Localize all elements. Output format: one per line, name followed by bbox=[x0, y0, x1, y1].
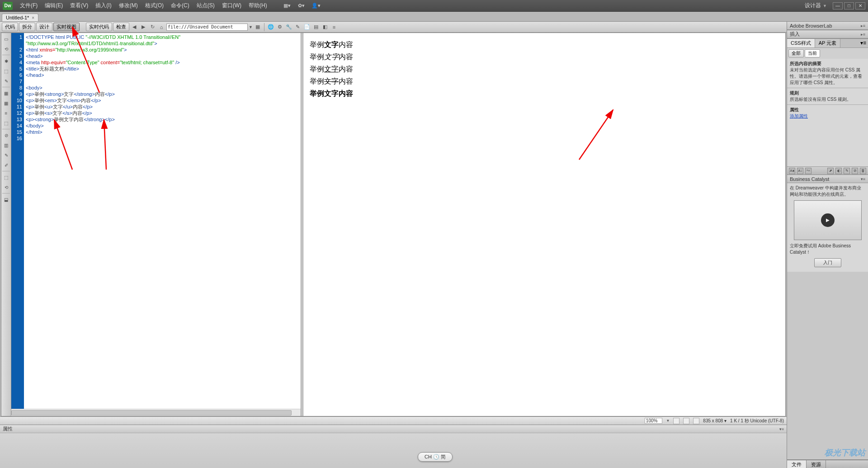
chevron-down-icon[interactable]: ▼ bbox=[823, 4, 827, 8]
vtool-lines-icon[interactable]: ≡ bbox=[2, 109, 11, 118]
address-input[interactable] bbox=[166, 24, 248, 31]
browse-icon[interactable]: ▦ bbox=[254, 24, 262, 31]
vtool-pencil-icon[interactable]: ✎ bbox=[2, 76, 11, 85]
preview-line-2: 举例文字内容 bbox=[310, 52, 779, 62]
view-design-button[interactable]: 设计 bbox=[36, 23, 52, 31]
view-inspect-button[interactable]: 检查 bbox=[113, 23, 129, 31]
view-code-button[interactable]: 代码 bbox=[2, 23, 18, 31]
vtool-star-icon[interactable]: ✱ bbox=[2, 57, 11, 66]
minimize-button[interactable]: — bbox=[833, 2, 843, 9]
vtool-indent-icon[interactable]: ⬚ bbox=[2, 173, 11, 182]
zoom-selector[interactable]: 100% bbox=[645, 418, 663, 424]
nav-back-icon[interactable]: ◀ bbox=[130, 24, 138, 31]
tab-ap-elements[interactable]: AP 元素 bbox=[815, 39, 841, 47]
css-disable-icon[interactable]: ⊘ bbox=[852, 168, 858, 174]
code-text[interactable]: <!DOCTYPE html PUBLIC "-//W3C//DTD XHTML… bbox=[24, 33, 301, 409]
handtool-icon[interactable] bbox=[673, 418, 679, 424]
panel-insert-title[interactable]: 插入 bbox=[790, 31, 800, 38]
css-link-icon[interactable]: ⬈ bbox=[827, 168, 834, 174]
css-new-icon[interactable]: ◐ bbox=[835, 168, 842, 174]
code-pane[interactable]: 1 2345678910111213141516 <!DOCTYPE html … bbox=[11, 33, 301, 416]
viewport-size[interactable]: 835 x 808 ▾ bbox=[703, 418, 726, 423]
view-livecode-button[interactable]: 实时代码 bbox=[86, 23, 112, 31]
validation-icon[interactable]: ▤ bbox=[312, 24, 320, 31]
css-icon-1[interactable]: Aƶ bbox=[789, 168, 795, 174]
vtool-column-icon[interactable]: ▥ bbox=[2, 141, 11, 150]
globe-icon[interactable]: 🌐 bbox=[267, 24, 275, 31]
tab-files[interactable]: 文件 bbox=[787, 460, 807, 468]
css-icon-2[interactable]: A↓ bbox=[797, 168, 803, 174]
vtool-wrap-icon[interactable]: ⟲ bbox=[2, 183, 11, 192]
menu-site[interactable]: 站点(S) bbox=[193, 0, 218, 11]
nav-home-icon[interactable]: ⌂ bbox=[157, 24, 165, 31]
panel-bc-title[interactable]: Business Catalyst bbox=[790, 176, 829, 182]
app-logo: Dw bbox=[3, 2, 13, 10]
user-dropdown-icon[interactable]: 👤▾ bbox=[311, 2, 321, 10]
menu-modify[interactable]: 修改(M) bbox=[115, 0, 142, 11]
vtool-nosign-icon[interactable]: ⊘ bbox=[2, 131, 11, 140]
properties-title[interactable]: 属性 bbox=[3, 425, 13, 432]
extend-dropdown-icon[interactable]: ✿▾ bbox=[296, 2, 307, 10]
viewport-icon[interactable] bbox=[693, 418, 699, 424]
play-icon[interactable]: ▶ bbox=[821, 213, 835, 227]
gear-icon[interactable]: ⚙ bbox=[276, 24, 284, 31]
options-icon[interactable]: ≡ bbox=[330, 24, 338, 31]
visual-aid-icon[interactable]: ◧ bbox=[321, 24, 329, 31]
close-icon[interactable]: × bbox=[32, 15, 34, 20]
vtool-collapse-icon[interactable]: ⬓ bbox=[2, 195, 11, 204]
ime-indicator[interactable]: CH 🕓 简 bbox=[418, 452, 453, 462]
menu-view[interactable]: 查看(V) bbox=[66, 0, 92, 11]
panel-menu-icon[interactable]: ▾≡ bbox=[861, 177, 865, 181]
add-property-link[interactable]: 添加属性 bbox=[790, 113, 808, 119]
vtool-refresh-icon[interactable]: ⟲ bbox=[2, 44, 11, 53]
panel-browserlab-title[interactable]: Adobe BrowserLab bbox=[790, 23, 832, 28]
menu-edit[interactable]: 编辑(E) bbox=[41, 0, 66, 11]
bc-video-thumbnail[interactable]: ▶ bbox=[794, 200, 862, 240]
css-edit-icon[interactable]: ✎ bbox=[844, 168, 850, 174]
bc-start-button[interactable]: 入门 bbox=[814, 258, 841, 267]
doc-info: 1 K / 1 秒 Unicode (UTF-8) bbox=[730, 418, 784, 424]
view-liveview-button[interactable]: 实时视图 bbox=[53, 23, 80, 31]
panel-menu-icon[interactable]: ▸≡ bbox=[861, 32, 865, 37]
wrench-icon[interactable]: 🔧 bbox=[285, 24, 293, 31]
vtool-grid2-icon[interactable]: ▦ bbox=[2, 99, 11, 108]
pencil-icon[interactable]: ✎ bbox=[294, 24, 302, 31]
menu-command[interactable]: 命令(C) bbox=[167, 0, 193, 11]
menu-insert[interactable]: 插入(I) bbox=[92, 0, 115, 11]
selecttool-icon[interactable] bbox=[683, 418, 689, 424]
css-trash-icon[interactable]: 🗑 bbox=[860, 168, 866, 174]
horizontal-scrollbar[interactable] bbox=[11, 409, 301, 416]
menu-window[interactable]: 窗口(W) bbox=[218, 0, 245, 11]
address-dropdown-icon[interactable]: ▼ bbox=[249, 25, 253, 29]
panel-menu-icon[interactable]: ▾≡ bbox=[859, 39, 868, 47]
tab-css-styles[interactable]: CSS样式 bbox=[787, 39, 815, 47]
tab-assets[interactable]: 资源 bbox=[807, 460, 826, 468]
menu-help[interactable]: 帮助(H) bbox=[245, 0, 271, 11]
menu-file[interactable]: 文件(F) bbox=[16, 0, 41, 11]
workspace-label[interactable]: 设计器 bbox=[805, 2, 821, 9]
vtool-box-icon[interactable]: ⬚ bbox=[2, 118, 11, 128]
vtool-edit1-icon[interactable]: ✎ bbox=[2, 151, 11, 160]
vtool-select-icon[interactable]: ⬚ bbox=[2, 66, 11, 76]
maximize-button[interactable]: □ bbox=[844, 2, 854, 9]
css-all-button[interactable]: 全部 bbox=[788, 49, 804, 57]
view-split-button[interactable]: 拆分 bbox=[19, 23, 35, 31]
close-button[interactable]: ✕ bbox=[855, 2, 865, 9]
css-icon-3[interactable]: *+ bbox=[805, 168, 811, 174]
vtool-grid1-icon[interactable]: ▦ bbox=[2, 89, 11, 98]
scrollbar-thumb[interactable] bbox=[11, 410, 292, 416]
vtool-edit2-icon[interactable]: ✐ bbox=[2, 161, 11, 170]
line-gutter: 1 2345678910111213141516 bbox=[11, 33, 24, 409]
menu-format[interactable]: 格式(O) bbox=[142, 0, 167, 11]
nav-forward-icon[interactable]: ▶ bbox=[139, 24, 147, 31]
page-icon[interactable]: 📄 bbox=[303, 24, 311, 31]
panel-menu-icon[interactable]: ▸≡ bbox=[861, 24, 865, 28]
panel-menu-icon[interactable]: ▾≡ bbox=[779, 427, 784, 431]
nav-refresh-icon[interactable]: ↻ bbox=[148, 24, 156, 31]
vtool-open-icon[interactable]: ▭ bbox=[2, 34, 11, 43]
css-panel-icons: Aƶ A↓ *+ ⬈ ◐ ✎ ⊘ 🗑 bbox=[787, 166, 868, 175]
css-current-button[interactable]: 当前 bbox=[805, 49, 820, 57]
layout-dropdown-icon[interactable]: ▦▾ bbox=[282, 2, 292, 10]
document-tab[interactable]: Untitled-1* × bbox=[2, 14, 38, 21]
preview-pane[interactable]: 举例文字内容 举例文字内容 举例文字内容 举例文字内容 举例文字内容 bbox=[303, 33, 785, 416]
